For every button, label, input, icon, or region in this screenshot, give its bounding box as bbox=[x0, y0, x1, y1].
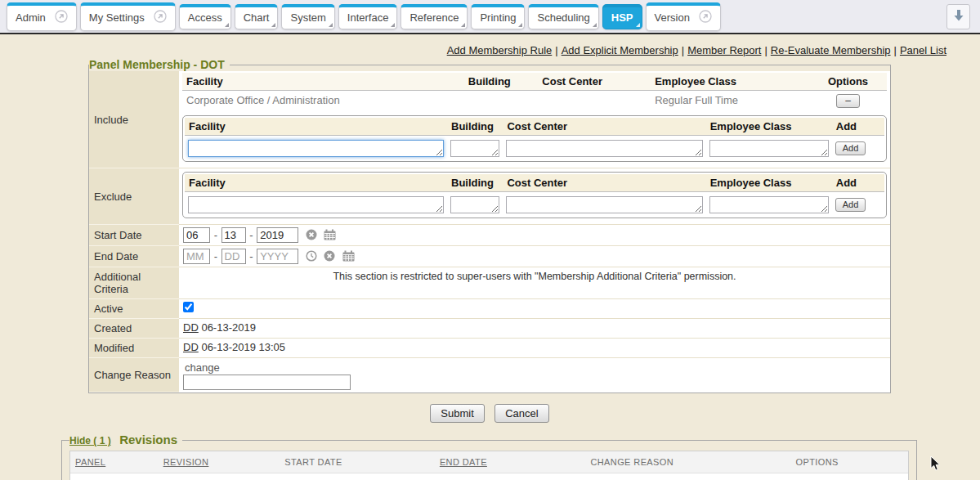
active-content bbox=[179, 299, 890, 319]
tab-admin-label: Admin bbox=[16, 11, 46, 24]
sort-end-date-link[interactable]: END DATE bbox=[440, 457, 487, 467]
exclude-cost-center-input[interactable] bbox=[506, 196, 702, 213]
tab-scheduling[interactable]: Scheduling bbox=[528, 4, 598, 29]
include-content: Facility Building Cost Center Employee C… bbox=[179, 71, 890, 168]
form-buttons: Submit Cancel bbox=[88, 404, 891, 423]
additional-criteria-label: Additional Criteria bbox=[89, 267, 179, 299]
exclude-building-input[interactable] bbox=[450, 196, 499, 213]
include-facility-input[interactable] bbox=[188, 140, 444, 157]
end-date-year-input[interactable] bbox=[257, 249, 298, 264]
end-date-day-input[interactable] bbox=[222, 249, 246, 264]
modified-user-link[interactable]: DD bbox=[183, 341, 199, 353]
exclude-facility-input[interactable] bbox=[188, 196, 444, 213]
include-add-button[interactable]: Add bbox=[835, 141, 866, 155]
change-reason-label: Change Reason bbox=[89, 358, 179, 393]
tab-chart[interactable]: Chart bbox=[235, 4, 279, 29]
clock-icon[interactable] bbox=[306, 250, 317, 264]
add-header-facility: Facility bbox=[185, 118, 447, 136]
calendar-icon[interactable] bbox=[342, 250, 355, 264]
tab-system[interactable]: System bbox=[281, 4, 334, 29]
tab-hsp-label: HSP bbox=[611, 11, 633, 24]
change-reason-input[interactable] bbox=[183, 375, 351, 390]
tab-printing[interactable]: Printing bbox=[471, 4, 525, 29]
start-date-day-input[interactable] bbox=[222, 227, 246, 243]
created-user-link[interactable]: DD bbox=[183, 321, 199, 334]
panel-list-link[interactable]: Panel List bbox=[900, 44, 946, 56]
sort-revision-link[interactable]: REVISION bbox=[163, 457, 209, 467]
clear-date-icon[interactable] bbox=[324, 250, 335, 264]
start-date-content: - - bbox=[179, 225, 890, 246]
tab-my-settings-label: My Settings bbox=[89, 11, 145, 24]
active-label: Active bbox=[89, 299, 179, 319]
submit-button[interactable]: Submit bbox=[430, 404, 484, 423]
date-separator: - bbox=[249, 229, 253, 241]
created-label: Created bbox=[89, 319, 179, 339]
tab-admin[interactable]: Admin bbox=[7, 2, 77, 31]
tab-access[interactable]: Access bbox=[179, 4, 231, 29]
tab-hsp[interactable]: HSP bbox=[602, 4, 642, 29]
end-date-month-input[interactable] bbox=[183, 249, 210, 264]
panel-membership-fieldset: Panel Membership - DOT Include Facility … bbox=[88, 58, 891, 393]
revisions-header-change-reason: CHANGE REASON bbox=[585, 451, 790, 473]
revisions-header-end-date: END DATE bbox=[435, 451, 586, 473]
revision-cell-start-date: 2019-06-13 bbox=[280, 473, 435, 480]
summary-header-employee-class: Employee Class bbox=[651, 73, 809, 91]
exclude-add-box: Facility Building Cost Center Employee C… bbox=[182, 172, 887, 218]
include-cost-center-input[interactable] bbox=[506, 140, 702, 157]
tab-scheduling-label: Scheduling bbox=[537, 11, 589, 24]
add-header-employee-class: Employee Class bbox=[706, 174, 832, 192]
re-evaluate-membership-link[interactable]: Re-Evaluate Membership bbox=[771, 44, 891, 56]
start-date-row: Start Date - - bbox=[89, 225, 890, 246]
include-row: Include Facility Building Cost Center Em… bbox=[89, 71, 890, 168]
summary-header-cost-center: Cost Center bbox=[538, 73, 651, 91]
modified-label: Modified bbox=[89, 339, 179, 358]
include-building-input[interactable] bbox=[450, 140, 499, 157]
include-employee-class-input[interactable] bbox=[709, 140, 829, 157]
revisions-title: Revisions bbox=[119, 433, 177, 446]
revisions-legend: Hide ( 1 ) Revisions bbox=[69, 433, 182, 447]
add-header-add: Add bbox=[832, 118, 884, 136]
tab-version[interactable]: Version bbox=[646, 2, 721, 31]
summary-cell-cost-center bbox=[538, 91, 651, 111]
start-date-year-input[interactable] bbox=[257, 227, 298, 243]
revision-view-link[interactable]: View bbox=[791, 473, 909, 480]
start-date-label: Start Date bbox=[89, 225, 179, 246]
revision-cell-panel: DOT bbox=[70, 473, 159, 480]
add-header-employee-class: Employee Class bbox=[706, 118, 832, 136]
remove-rule-button[interactable]: – bbox=[836, 94, 860, 108]
revisions-header-options: OPTIONS bbox=[791, 451, 909, 473]
add-explicit-membership-link[interactable]: Add Explicit Membership bbox=[562, 44, 678, 56]
add-membership-rule-link[interactable]: Add Membership Rule bbox=[447, 44, 553, 56]
cancel-button[interactable]: Cancel bbox=[494, 404, 548, 423]
revisions-header-revision: REVISION bbox=[159, 451, 280, 473]
created-content: DD 06-13-2019 bbox=[179, 319, 890, 339]
start-date-month-input[interactable] bbox=[183, 227, 210, 243]
date-separator: - bbox=[249, 250, 253, 262]
mouse-cursor bbox=[930, 455, 941, 475]
revisions-table: PANEL REVISION START DATE END DATE CHANG… bbox=[69, 451, 909, 480]
add-header-cost-center: Cost Center bbox=[503, 174, 705, 192]
tab-interface[interactable]: Interface bbox=[338, 4, 398, 29]
additional-criteria-text: This section is restricted to super-user… bbox=[179, 267, 890, 299]
exclude-label: Exclude bbox=[89, 168, 179, 225]
clear-date-icon[interactable] bbox=[306, 229, 317, 243]
add-header-facility: Facility bbox=[185, 174, 447, 192]
sort-panel-link[interactable]: PANEL bbox=[75, 457, 105, 467]
summary-cell-building bbox=[464, 91, 539, 111]
end-date-label: End Date bbox=[89, 246, 179, 267]
exclude-employee-class-input[interactable] bbox=[709, 196, 829, 213]
calendar-icon[interactable] bbox=[324, 229, 336, 243]
date-separator: - bbox=[214, 229, 217, 241]
add-header-cost-center: Cost Center bbox=[503, 118, 705, 136]
hide-revisions-link[interactable]: Hide ( 1 ) bbox=[69, 435, 111, 446]
collapse-nav-button[interactable] bbox=[946, 4, 970, 29]
add-header-building: Building bbox=[447, 174, 503, 192]
exclude-add-button[interactable]: Add bbox=[835, 198, 866, 212]
tab-my-settings[interactable]: My Settings bbox=[80, 2, 176, 31]
active-checkbox[interactable] bbox=[183, 302, 194, 312]
summary-cell-facility: Corporate Office / Administration bbox=[182, 91, 464, 111]
member-report-link[interactable]: Member Report bbox=[687, 44, 761, 56]
revisions-fieldset: Hide ( 1 ) Revisions PANEL REVISION STAR… bbox=[61, 433, 917, 480]
tab-reference[interactable]: Reference bbox=[401, 4, 468, 29]
date-separator: - bbox=[214, 250, 217, 262]
